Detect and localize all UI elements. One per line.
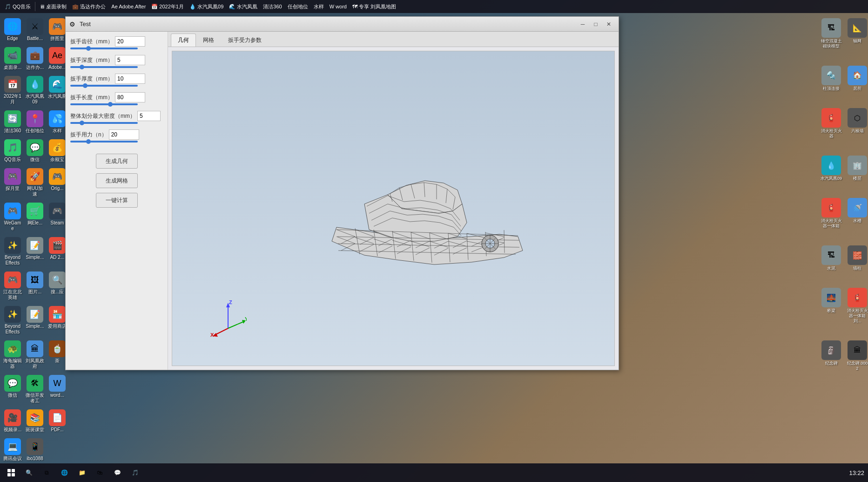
icon-tea[interactable]: 🍵 茶 bbox=[47, 339, 67, 371]
icon-simple[interactable]: 📝 Simple... bbox=[25, 235, 45, 268]
icon-floor[interactable]: 🏢 楼层 bbox=[845, 154, 868, 194]
icon-game2[interactable]: 🎮 探月里 bbox=[2, 166, 23, 199]
icon-concrete[interactable]: 🏗 锤空混凝土砌块模型 bbox=[819, 16, 843, 62]
icon-beyond[interactable]: ✨ Beyond Effects bbox=[2, 235, 23, 268]
tb-store[interactable]: 🛍 bbox=[92, 465, 107, 480]
icon-tencent[interactable]: 💻 腾讯会议 bbox=[2, 436, 23, 463]
icon-water-sample[interactable]: 💦 水样 bbox=[47, 109, 67, 136]
icon-edge[interactable]: 🌐 Edge bbox=[2, 16, 23, 43]
taskview-button[interactable]: ⧉ bbox=[39, 465, 54, 480]
icon-ele[interactable]: 🛒 网Ele... bbox=[25, 201, 45, 233]
icon-ad2[interactable]: 🎬 AD 2... bbox=[47, 235, 67, 268]
param-slider-3[interactable] bbox=[70, 103, 138, 105]
param-slider-2[interactable] bbox=[70, 85, 138, 87]
viewport-area[interactable]: 📷 ⬡▾ # 💡▾ ↺ ↻ bbox=[172, 51, 615, 366]
start-button[interactable] bbox=[4, 465, 19, 480]
icon-monument2[interactable]: 🏛 纪念碑.0002 bbox=[845, 339, 868, 384]
icon-wechat[interactable]: 💬 微信 bbox=[25, 137, 45, 164]
icon-qqmusic[interactable]: 🎵 QQ音乐 bbox=[2, 137, 23, 164]
icon-liu[interactable]: 🏛 刘凤凰政府 bbox=[25, 339, 45, 371]
icon-axis[interactable]: 📐 轴网 bbox=[845, 16, 868, 62]
icon-game1[interactable]: 🎮 拼图里 bbox=[47, 16, 67, 43]
gen-geometry-button[interactable]: 生成几何 bbox=[96, 154, 138, 169]
icon-sink[interactable]: 🚿 水槽 bbox=[845, 196, 868, 242]
tab-force[interactable]: 扳手受力参数 bbox=[221, 34, 269, 47]
icon-column-top[interactable]: 🔩 柱顶连接 bbox=[819, 64, 843, 104]
icon-yuebao[interactable]: 💰 余额宝 bbox=[47, 137, 67, 164]
calc-button[interactable]: 一键计算 bbox=[96, 193, 138, 208]
icon-photo[interactable]: 🖼 图片... bbox=[25, 270, 45, 302]
icon-search[interactable]: 🔍 搜...应 bbox=[47, 270, 67, 302]
icon-office[interactable]: 💼 达作办... bbox=[25, 45, 45, 72]
icon-turtle[interactable]: 🐢 海龟编辑器 bbox=[2, 339, 23, 371]
icon-360[interactable]: 🔄 清洁360 bbox=[2, 109, 23, 136]
tab-mesh[interactable]: 网格 bbox=[196, 34, 221, 47]
icon-monument[interactable]: 🗿 纪念碑 bbox=[819, 339, 843, 384]
icon-hexwall[interactable]: ⬡ 六棱墙 bbox=[845, 106, 868, 152]
icon-pos[interactable]: 📍 任创地位 bbox=[25, 109, 45, 136]
icon-wegame[interactable]: 🎮 WeGame bbox=[2, 201, 23, 233]
icon-origin[interactable]: 🎮 Orig... bbox=[47, 166, 67, 199]
3d-viewport[interactable]: Z Y X bbox=[172, 51, 614, 366]
param-input-0[interactable] bbox=[115, 36, 145, 47]
icon-wave[interactable]: 🌊 水汽凤凰 bbox=[47, 74, 67, 107]
icon-adobe[interactable]: Ae Adobe... bbox=[47, 45, 67, 72]
icon-cal[interactable]: 📅 2022年1月 bbox=[2, 74, 23, 107]
icon-ibo[interactable]: 📱 ibo1088 bbox=[25, 436, 45, 463]
tab-geometry[interactable]: 几何 bbox=[171, 34, 196, 47]
icon-water09[interactable]: 💧 水汽凤凰09 bbox=[25, 74, 45, 107]
taskbar-clean[interactable]: 清洁360 bbox=[260, 2, 284, 11]
icon-water09-r[interactable]: 💧 水汽凤凰09 bbox=[819, 154, 843, 194]
param-input-1[interactable] bbox=[115, 55, 145, 65]
maximize-button[interactable]: □ bbox=[590, 19, 602, 29]
icon-battlenet[interactable]: ⚔ Battle... bbox=[25, 16, 45, 43]
icon-game3[interactable]: 🎮 江在北北英雄 bbox=[2, 270, 23, 302]
icon-steam[interactable]: 🎮 Steam bbox=[47, 201, 67, 233]
tb-edge[interactable]: 🌐 bbox=[57, 465, 72, 480]
icon-residence[interactable]: 🏠 居所 bbox=[845, 64, 868, 104]
icon-cement[interactable]: 🏗 水泥 bbox=[819, 244, 843, 284]
param-input-5[interactable] bbox=[109, 129, 139, 140]
taskbar-word[interactable]: W word bbox=[327, 3, 350, 10]
tb-chat[interactable]: 💬 bbox=[110, 465, 125, 480]
gen-mesh-button[interactable]: 生成网格 bbox=[96, 173, 138, 188]
param-slider-4[interactable] bbox=[70, 122, 138, 124]
icon-recorder[interactable]: 📹 桌面录... bbox=[2, 45, 23, 72]
close-button[interactable]: ✕ bbox=[603, 19, 615, 29]
icon-course[interactable]: 📚 斑斑课堂 bbox=[25, 407, 45, 434]
icon-fire-box[interactable]: 🧯 消火栓灭火器一体箱 bbox=[819, 196, 843, 242]
taskbar-qq-music[interactable]: 🎵 QQ音乐 bbox=[2, 2, 34, 11]
param-slider-0[interactable] bbox=[70, 48, 138, 49]
taskbar-desktop[interactable]: 🖥 桌面录制 bbox=[37, 2, 69, 11]
icon-wallpillar[interactable]: 🧱 墙柱 bbox=[845, 244, 868, 284]
search-taskbar[interactable]: 🔍 bbox=[21, 465, 36, 480]
tb-explorer[interactable]: 📁 bbox=[74, 465, 89, 480]
icon-wechat-dev[interactable]: 🛠 微信开发者工 bbox=[25, 373, 45, 406]
taskbar-water2[interactable]: 🌊 水汽凤凰 bbox=[226, 2, 260, 11]
taskbar-position[interactable]: 任创地位 bbox=[285, 2, 311, 11]
icon-beyond2[interactable]: ✨ Beyond Effects bbox=[2, 304, 23, 337]
param-input-2[interactable] bbox=[115, 74, 145, 84]
icon-bridge[interactable]: 🌉 桥梁 bbox=[819, 286, 843, 337]
icon-simple2[interactable]: 📝 Simple... bbox=[25, 304, 45, 337]
taskbar-work[interactable]: 💼 迅达作办公 bbox=[69, 2, 108, 11]
taskbar-water3[interactable]: 水样 bbox=[311, 2, 327, 11]
taskbar-water1[interactable]: 💧 水汽凤凰09 bbox=[187, 2, 226, 11]
icon-fire-box2[interactable]: 🧯 消火栓灭火器一体箱 刘... bbox=[845, 286, 868, 337]
taskbar-2022[interactable]: 📅 2022年1月 bbox=[148, 2, 187, 11]
param-input-3[interactable] bbox=[115, 92, 145, 102]
taskbar-map[interactable]: 🗺 专享 刘凤凰地图 bbox=[350, 2, 399, 11]
tb-music[interactable]: 🎵 bbox=[128, 465, 142, 480]
icon-uu[interactable]: 🚀 网UU加速 bbox=[25, 166, 45, 199]
icon-word[interactable]: W word... bbox=[47, 373, 67, 406]
minimize-button[interactable]: ─ bbox=[577, 19, 589, 29]
icon-store[interactable]: 🏪 爱用商店 bbox=[47, 304, 67, 337]
param-input-4[interactable] bbox=[137, 111, 161, 121]
param-slider-5[interactable] bbox=[70, 141, 138, 143]
icon-fire-ext1[interactable]: 🧯 消火栓灭火器 bbox=[819, 106, 843, 152]
param-slider-1[interactable] bbox=[70, 66, 138, 68]
icon-wechat2[interactable]: 💬 微信 bbox=[2, 373, 23, 406]
icon-pdf[interactable]: 📄 PDF... bbox=[47, 407, 67, 434]
icon-video[interactable]: 🎥 视频录... bbox=[2, 407, 23, 434]
taskbar-adobe[interactable]: Ae Adobe.After bbox=[108, 3, 148, 10]
